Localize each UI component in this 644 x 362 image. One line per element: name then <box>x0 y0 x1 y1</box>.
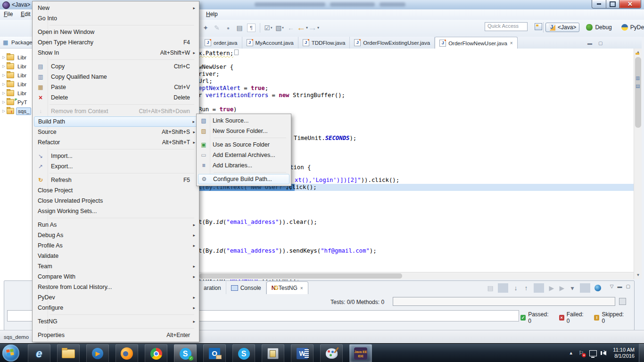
context-menu-item[interactable]: ↻ Refresh F5 <box>34 175 198 185</box>
context-menu-item[interactable]: Close Unrelated Projects <box>34 196 198 206</box>
expand-chevron-icon[interactable]: ▷ <box>1 100 7 104</box>
show-desktop-button[interactable] <box>639 344 644 362</box>
editor-tab[interactable]: J OrderFlowExistingUser.java <box>350 37 435 49</box>
context-menu-item[interactable]: TestNG ▸ <box>34 316 198 327</box>
minimize-button[interactable] <box>592 0 606 8</box>
tree-item[interactable]: ▷ Libr <box>1 71 31 80</box>
toolbar-icon[interactable] <box>260 23 260 33</box>
context-menu-item[interactable]: Debug As ▸ <box>34 230 198 240</box>
toolbar-icon[interactable]: ✦ <box>200 22 211 33</box>
context-menu-item[interactable]: ▦ Paste Ctrl+V <box>34 82 198 92</box>
toolbar-icon[interactable]: ● <box>223 22 234 33</box>
context-menu-item[interactable]: Refactor Alt+Shift+T ▸ <box>34 137 198 148</box>
taskbar-icon[interactable] <box>320 344 343 362</box>
taskbar-icon[interactable]: ▶ <box>86 344 109 362</box>
dropdown-arrow-icon[interactable]: ▾ <box>282 26 284 30</box>
taskbar-icon[interactable]: S <box>232 344 255 362</box>
context-menu-item[interactable]: ↗ Export... <box>34 161 198 172</box>
perspective-button[interactable]: PyDev <box>619 23 644 32</box>
toolbar-icon[interactable]: ←▾ <box>297 22 308 33</box>
tray-clock[interactable]: 11:10 AM 8/1/2016 <box>613 347 635 359</box>
view-tab[interactable]: Console <box>226 281 266 294</box>
toolbar-icon[interactable]: ☑▾ <box>263 22 274 33</box>
submenu-item[interactable]: ≡ Add Libraries... <box>198 160 289 171</box>
expand-chevron-icon[interactable]: ▷ <box>1 55 7 59</box>
taskbar-icon[interactable]: W <box>291 344 314 362</box>
maximize-button[interactable] <box>606 0 619 8</box>
context-menu-item[interactable]: Build Path ▸ <box>34 116 198 127</box>
tree-item[interactable]: ▷ ! sqs_ <box>1 107 31 115</box>
taskbar-icon[interactable]: S ✓ <box>174 344 197 362</box>
maximize-view-icon[interactable]: ▢ <box>598 41 603 46</box>
progress-toggle-icon[interactable] <box>619 298 626 305</box>
submenu-item[interactable] <box>214 138 286 138</box>
editor-tab[interactable]: J OrderFlowNewUser.java × <box>435 37 517 49</box>
menubar-item[interactable]: File <box>4 11 13 17</box>
context-menu-item[interactable]: New ▸ <box>34 3 198 13</box>
scrollbar-thumb[interactable] <box>199 273 402 279</box>
volume-icon[interactable] <box>603 351 606 355</box>
quick-access-input[interactable]: Quick Access <box>485 22 528 31</box>
testng-toolbar-icon[interactable]: ↓ <box>511 282 521 294</box>
testng-toolbar-icon[interactable] <box>594 285 601 291</box>
context-menu-item[interactable]: ↓ Remove from Context Ctrl+Alt+Shift+Dow… <box>34 106 198 116</box>
testng-toolbar-icon[interactable] <box>498 283 508 293</box>
context-menu-item[interactable] <box>50 25 194 25</box>
scroll-down-icon[interactable]: ▼ <box>634 272 642 279</box>
taskbar-icon[interactable] <box>145 344 167 362</box>
close-button[interactable]: ✕ <box>619 0 641 8</box>
context-menu-item[interactable]: Restore from Local History... <box>34 282 198 292</box>
context-menu-item[interactable]: Team ▸ <box>34 261 198 272</box>
overview-ruler-marker[interactable] <box>636 53 639 55</box>
context-menu-item[interactable]: Open Type Hierarchy F4 <box>34 37 198 48</box>
editor-tab[interactable]: J TDDFlow.java <box>298 37 350 49</box>
testng-toolbar-icon[interactable]: ▾ <box>567 282 578 294</box>
action-center-icon[interactable]: ⚐× <box>579 350 584 356</box>
context-menu-item[interactable] <box>50 314 194 315</box>
context-menu-item[interactable]: ↘ Import... <box>34 151 198 161</box>
submenu-item[interactable]: ▣ Use as Source Folder <box>198 140 289 150</box>
restore-view-icon[interactable]: ▤ <box>636 83 640 89</box>
horizontal-scrollbar[interactable] <box>198 272 634 280</box>
tree-item[interactable]: ▷ Libr <box>1 53 31 62</box>
context-menu-item[interactable] <box>50 104 194 105</box>
view-tab[interactable]: N G TestNG × <box>266 281 308 294</box>
taskbar-icon[interactable]: O <box>203 344 226 362</box>
context-menu-item[interactable]: Validate <box>34 251 198 261</box>
context-menu-item[interactable]: Close Project <box>34 185 198 196</box>
submenu-item[interactable]: ▭ Add External Archives... <box>198 150 289 160</box>
expand-chevron-icon[interactable]: ▷ <box>1 82 7 86</box>
expand-chevron-icon[interactable]: ▷ <box>1 109 7 113</box>
restore-view-icon[interactable]: ▥ <box>636 75 640 81</box>
editor-tab[interactable]: J MyAccount.java <box>242 37 298 49</box>
context-menu-item[interactable]: Run As ▸ <box>34 220 198 230</box>
context-menu-item[interactable]: Show In Alt+Shift+W ▸ <box>34 48 198 58</box>
context-menu-item[interactable]: PyDev ▸ <box>34 292 198 303</box>
start-button[interactable] <box>2 345 19 362</box>
perspective-button[interactable]: Debug <box>583 23 614 32</box>
network-icon[interactable] <box>589 350 597 356</box>
context-menu-item[interactable]: Profile As ▸ <box>34 240 198 251</box>
context-menu-item[interactable] <box>50 59 194 60</box>
expand-chevron-icon[interactable]: ▷ <box>1 91 7 95</box>
editor-tab[interactable]: J order.java <box>200 37 242 49</box>
tree-item[interactable]: ▷ P PyT <box>1 98 31 107</box>
tab-close-icon[interactable]: × <box>510 41 513 46</box>
testng-toolbar-icon[interactable]: ↑ <box>521 282 531 294</box>
taskbar-icon[interactable]: e <box>28 344 50 362</box>
menubar-item[interactable]: Help <box>206 11 218 17</box>
expand-chevron-icon[interactable]: ▷ <box>1 73 7 77</box>
minimize-view-icon[interactable]: ▬ <box>587 41 592 46</box>
toolbar-icon[interactable]: →▾ <box>308 22 319 33</box>
testng-toolbar-icon[interactable] <box>580 283 590 293</box>
scroll-up-icon[interactable]: ▲ <box>634 49 642 56</box>
submenu-item[interactable] <box>214 172 286 173</box>
context-menu-item[interactable]: Go Into <box>34 13 198 24</box>
perspective-button[interactable]: <Java> <box>545 23 579 32</box>
view-menu-icon[interactable]: ▽ <box>610 284 614 289</box>
submenu-item[interactable]: ▨ New Source Folder... <box>198 126 289 136</box>
context-menu-item[interactable]: Assign Working Sets... <box>34 206 198 216</box>
expand-chevron-icon[interactable]: ▷ <box>1 64 7 68</box>
toolbar-icon[interactable]: ← <box>285 22 297 33</box>
toolbar-icon[interactable]: ¶ <box>247 24 256 32</box>
